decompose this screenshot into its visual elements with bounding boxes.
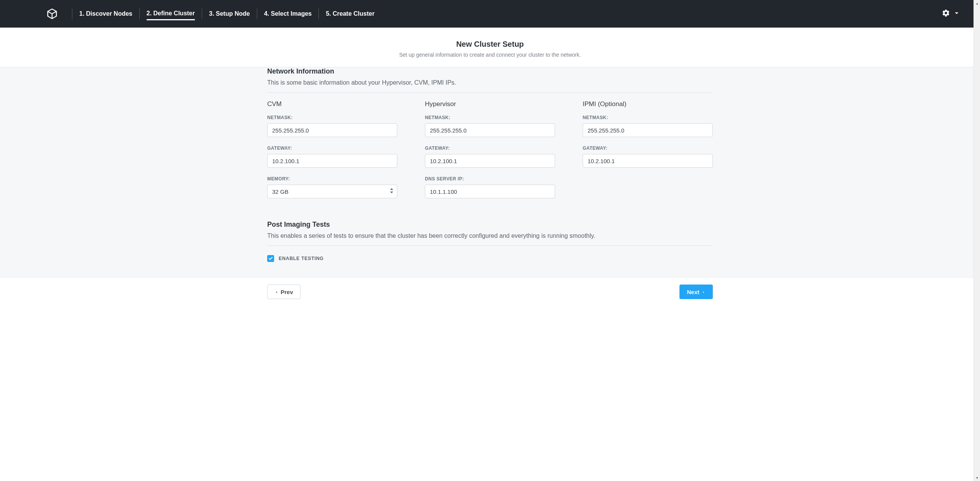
nav-divider bbox=[72, 8, 72, 19]
enable-testing-label: ENABLE TESTING bbox=[279, 256, 323, 261]
section-divider bbox=[267, 245, 713, 246]
gear-icon bbox=[942, 9, 950, 19]
ipmi-gateway-input[interactable] bbox=[583, 154, 713, 168]
column-cvm: CVM NETMASK: GATEWAY: MEMORY: bbox=[267, 100, 397, 207]
network-info-desc: This is some basic information about you… bbox=[267, 79, 713, 86]
cvm-gateway-label: GATEWAY: bbox=[267, 146, 397, 151]
network-info-title: Network Information bbox=[267, 67, 713, 75]
column-ipmi: IPMI (Optional) NETMASK: GATEWAY: bbox=[583, 100, 713, 207]
settings-menu[interactable] bbox=[942, 9, 972, 19]
cvm-netmask-label: NETMASK: bbox=[267, 115, 397, 120]
scrollbar[interactable]: ▴ ▾ bbox=[973, 0, 980, 310]
prev-button[interactable]: Prev bbox=[267, 285, 301, 299]
post-imaging-tests: Post Imaging Tests This enables a series… bbox=[267, 221, 713, 262]
scroll-up-arrow[interactable]: ▴ bbox=[974, 0, 980, 7]
hypervisor-dns-input[interactable] bbox=[425, 185, 555, 198]
page-subtitle: Set up general information to create and… bbox=[0, 52, 980, 58]
topbar: 1. Discover Nodes 2. Define Cluster 3. S… bbox=[0, 0, 980, 28]
nav-step-1[interactable]: 1. Discover Nodes bbox=[79, 8, 132, 20]
footer: Prev Next bbox=[0, 277, 980, 310]
logo-icon bbox=[46, 8, 58, 20]
cvm-memory-label: MEMORY: bbox=[267, 176, 397, 182]
nav-step-2[interactable]: 2. Define Cluster bbox=[147, 8, 195, 20]
nav-divider bbox=[202, 8, 202, 19]
nav-divider bbox=[318, 8, 319, 19]
nav-divider bbox=[139, 8, 140, 19]
next-button-label: Next bbox=[687, 289, 699, 295]
cvm-gateway-input[interactable] bbox=[267, 154, 397, 168]
section-divider bbox=[267, 92, 713, 93]
nav-divider bbox=[257, 8, 257, 19]
prev-button-label: Prev bbox=[281, 289, 293, 295]
post-tests-desc: This enables a series of tests to ensure… bbox=[267, 232, 713, 239]
enable-testing-checkbox[interactable] bbox=[267, 255, 274, 262]
page-header: New Cluster Setup Set up general informa… bbox=[0, 28, 980, 67]
ipmi-netmask-input[interactable] bbox=[583, 123, 713, 137]
hypervisor-dns-label: DNS SERVER IP: bbox=[425, 176, 555, 182]
hypervisor-title: Hypervisor bbox=[425, 100, 555, 108]
hypervisor-gateway-label: GATEWAY: bbox=[425, 146, 555, 151]
chevron-right-icon bbox=[702, 289, 706, 295]
cvm-netmask-input[interactable] bbox=[267, 123, 397, 137]
hypervisor-gateway-input[interactable] bbox=[425, 154, 555, 168]
ipmi-gateway-label: GATEWAY: bbox=[583, 146, 713, 151]
ipmi-title: IPMI (Optional) bbox=[583, 100, 713, 108]
page-title: New Cluster Setup bbox=[0, 40, 980, 49]
nav-step-4[interactable]: 4. Select Images bbox=[264, 8, 312, 20]
cvm-memory-select[interactable] bbox=[267, 185, 397, 198]
chevron-left-icon bbox=[274, 289, 278, 295]
nav-step-3[interactable]: 3. Setup Node bbox=[209, 8, 250, 20]
next-button[interactable]: Next bbox=[679, 285, 713, 299]
hypervisor-netmask-input[interactable] bbox=[425, 123, 555, 137]
hypervisor-netmask-label: NETMASK: bbox=[425, 115, 555, 120]
content: Network Information This is some basic i… bbox=[0, 67, 980, 277]
column-hypervisor: Hypervisor NETMASK: GATEWAY: DNS SERVER … bbox=[425, 100, 555, 207]
nav-step-5[interactable]: 5. Create Cluster bbox=[326, 8, 374, 20]
cvm-title: CVM bbox=[267, 100, 397, 108]
ipmi-netmask-label: NETMASK: bbox=[583, 115, 713, 120]
post-tests-title: Post Imaging Tests bbox=[267, 221, 713, 229]
chevron-down-icon bbox=[952, 9, 961, 19]
